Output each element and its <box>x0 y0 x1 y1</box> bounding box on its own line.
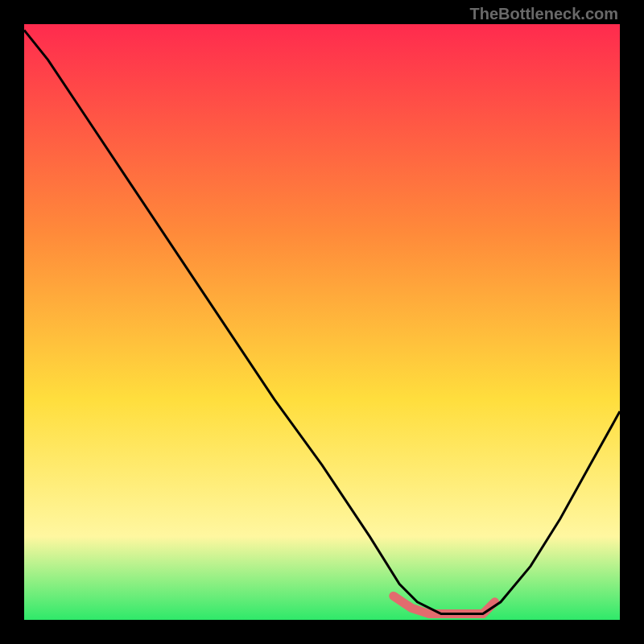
bottleneck-chart <box>24 24 620 620</box>
gradient-background <box>24 24 620 620</box>
chart-frame <box>24 24 620 620</box>
watermark-text: TheBottleneck.com <box>470 5 618 23</box>
